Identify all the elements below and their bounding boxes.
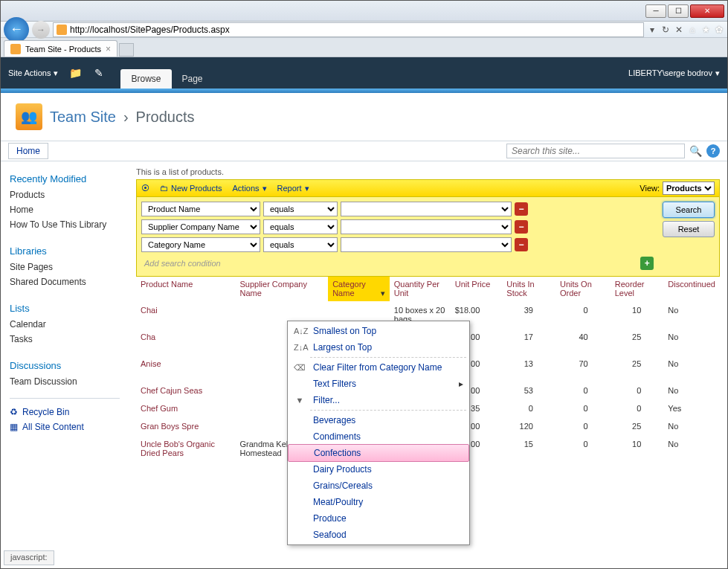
site-logo-icon[interactable]: 👥	[16, 103, 42, 130]
sidebar-heading-discussions: Discussions	[10, 360, 120, 371]
browser-navbar: ← → http://localhost/SitePages/Products.…	[1, 22, 727, 38]
site-search-input[interactable]	[506, 144, 685, 158]
sidebar-item-tasks[interactable]: Tasks	[10, 332, 120, 347]
cell-disc: No	[663, 382, 720, 399]
search-val-select[interactable]	[341, 202, 512, 216]
col-reorder[interactable]: Reorder Level	[611, 277, 664, 301]
refresh-icon[interactable]: ↻	[660, 25, 671, 35]
report-menu[interactable]: Report ▾	[277, 184, 309, 193]
sidebar-item-home[interactable]: Home	[10, 202, 120, 217]
filter-category-confections[interactable]: Confections	[288, 444, 469, 462]
cell-order: 0	[555, 301, 611, 328]
all-site-content-link[interactable]: ▦All Site Content	[10, 419, 120, 434]
search-button[interactable]: Search	[663, 202, 715, 218]
search-field-select[interactable]: Product Name	[141, 202, 260, 216]
clear-filter[interactable]: ⌫Clear Filter from Category Name	[288, 359, 469, 376]
filter-category-produce[interactable]: Produce	[288, 510, 469, 527]
col-order[interactable]: Units On Order	[555, 277, 611, 301]
sidebar-item-sitepages[interactable]: Site Pages	[10, 260, 120, 274]
collapse-icon[interactable]: ⦿	[141, 184, 149, 193]
text-filters-submenu[interactable]: Text Filters▸	[288, 376, 469, 392]
filter-custom[interactable]: ▼Filter...	[288, 392, 469, 408]
maximize-button[interactable]: ☐	[668, 4, 689, 18]
site-name[interactable]: Team Site	[50, 109, 116, 126]
sidebar-item-products[interactable]: Products	[10, 187, 120, 202]
cell-disc: No	[663, 301, 720, 328]
filter-category-grainscereals[interactable]: Grains/Cereals	[288, 478, 469, 494]
list-description: This is a list of products.	[136, 167, 720, 176]
view-select[interactable]: Products	[663, 181, 715, 195]
user-menu[interactable]: LIBERTY\serge bodrov▾	[628, 68, 720, 78]
filter-category-meatpoultry[interactable]: Meat/Poultry	[288, 494, 469, 510]
sidebar-item-teamdiscussion[interactable]: Team Discussion	[10, 374, 120, 389]
sharepoint-ribbon: Site Actions▾ 📁 ✎ Browse Page LIBERTY\se…	[1, 57, 727, 89]
search-op-select[interactable]: equals	[263, 219, 338, 234]
col-product-name[interactable]: Product Name	[136, 277, 235, 301]
col-disc[interactable]: Discontinued	[663, 277, 720, 301]
address-bar[interactable]: http://localhost/SitePages/Products.aspx	[53, 22, 644, 37]
home-icon[interactable]: ⌂	[687, 25, 698, 35]
add-condition-row: Add search condition +	[141, 255, 657, 271]
search-val-select[interactable]	[341, 237, 512, 252]
cell-reorder: 25	[611, 417, 664, 435]
col-supplier[interactable]: Supplier Company Name	[235, 277, 328, 301]
cell-disc: No	[663, 355, 720, 382]
search-row-2: Category Name equals −	[141, 237, 657, 252]
search-panel: Product Name equals − Supplier Company N…	[136, 197, 720, 277]
cell-order: 70	[555, 355, 611, 382]
search-val-select[interactable]	[341, 219, 512, 234]
cell-reorder: 10	[611, 435, 664, 462]
search-op-select[interactable]: equals	[263, 202, 338, 216]
menu-separator	[310, 357, 466, 358]
navigate-up-icon[interactable]: 📁	[68, 66, 82, 80]
close-button[interactable]: ✕	[690, 4, 724, 18]
cell-order: 0	[555, 382, 611, 399]
ribbon-tab-page[interactable]: Page	[172, 69, 213, 89]
tools-icon[interactable]: ✿	[714, 25, 724, 35]
col-price[interactable]: Unit Price	[451, 277, 503, 301]
edit-page-icon[interactable]: ✎	[92, 66, 106, 80]
forward-button[interactable]: →	[32, 21, 50, 39]
remove-condition-icon[interactable]: −	[515, 238, 528, 251]
back-button[interactable]: ←	[4, 17, 29, 42]
col-stock[interactable]: Units In Stock	[502, 277, 555, 301]
col-qpu[interactable]: Quantity Per Unit	[390, 277, 451, 301]
remove-condition-icon[interactable]: −	[515, 220, 528, 234]
stop-icon[interactable]: ✕	[674, 25, 684, 35]
col-category[interactable]: Category Name▾	[328, 277, 390, 301]
minimize-button[interactable]: ─	[645, 4, 666, 18]
sidebar-item-calendar[interactable]: Calendar	[10, 317, 120, 332]
ribbon-tab-browse[interactable]: Browse	[120, 69, 171, 89]
filter-category-condiments[interactable]: Condiments	[288, 428, 469, 445]
tab-close-icon[interactable]: ×	[106, 44, 111, 54]
sidebar-item-howto[interactable]: How To Use This Library	[10, 217, 120, 232]
filter-category-beverages[interactable]: Beverages	[288, 412, 469, 428]
remove-condition-icon[interactable]: −	[515, 202, 528, 216]
cell-name: Chef Cajun Seas	[136, 382, 235, 399]
filter-category-seafood[interactable]: Seafood	[288, 527, 469, 543]
site-actions-menu[interactable]: Site Actions▾	[8, 68, 58, 78]
search-icon[interactable]: 🔍	[689, 145, 702, 157]
content-icon: ▦	[10, 422, 18, 432]
sidebar-heading-recent: Recently Modified	[10, 173, 120, 184]
home-tab[interactable]: Home	[8, 143, 48, 159]
recycle-bin-link[interactable]: ♻Recycle Bin	[10, 405, 120, 419]
chevron-down-icon[interactable]: ▾	[381, 289, 385, 298]
browser-tab[interactable]: Team Site - Products ×	[4, 40, 117, 57]
sidebar-item-shareddocs[interactable]: Shared Documents	[10, 274, 120, 289]
sort-smallest[interactable]: A↓ZSmallest on Top	[288, 323, 469, 339]
reset-button[interactable]: Reset	[663, 221, 715, 237]
new-tab-button[interactable]	[119, 43, 134, 57]
actions-menu[interactable]: Actions ▾	[232, 184, 266, 193]
help-icon[interactable]: ?	[706, 144, 720, 158]
sort-largest[interactable]: Z↓ALargest on Top	[288, 339, 469, 356]
add-condition-icon[interactable]: +	[640, 257, 654, 270]
search-field-select[interactable]: Supplier Company Name	[141, 219, 260, 234]
search-op-select[interactable]: equals	[263, 237, 338, 252]
new-products-button[interactable]: 🗀New Products	[160, 184, 222, 193]
filter-category-dairyproducts[interactable]: Dairy Products	[288, 461, 469, 478]
dropdown-icon[interactable]: ▾	[647, 25, 657, 35]
search-field-select[interactable]: Category Name	[141, 237, 260, 252]
grid-header-row: Product Name Supplier Company Name Categ…	[136, 277, 720, 301]
favorites-icon[interactable]: ★	[700, 25, 711, 35]
